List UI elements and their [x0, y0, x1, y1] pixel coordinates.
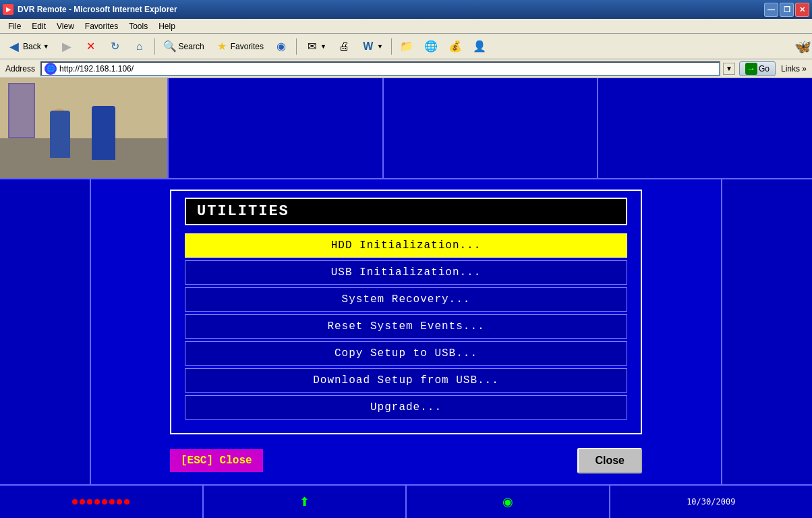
favorites-icon: ★ [215, 40, 229, 53]
mail-icon: ✉ [305, 40, 318, 53]
red-dot-indicators [72, 499, 129, 505]
status-date: 10/30/2009 [610, 486, 813, 518]
red-dot-4 [94, 499, 100, 505]
camera-feed-4 [598, 78, 812, 178]
extra-icon-1: 🌐 [424, 40, 438, 53]
camera-feed-1 [0, 78, 169, 178]
folder-button[interactable]: 📁 [395, 37, 418, 56]
home-icon: ⌂ [133, 40, 146, 53]
camera-feed-2 [169, 78, 384, 178]
msn-icon: 🦋 [796, 40, 809, 53]
search-icon: 🔍 [163, 40, 177, 53]
favorites-button[interactable]: ★ Favorites [210, 37, 268, 56]
cam-floor [0, 138, 167, 178]
extra-icon-3: 👤 [473, 40, 486, 53]
toolbar-separator-2 [296, 38, 297, 55]
extra-btn-2[interactable]: 💰 [444, 37, 467, 56]
utilities-menu-list: HDD Initialization... USB Initialization… [185, 233, 627, 420]
red-dot-7 [117, 499, 122, 505]
close-button[interactable]: ✕ [795, 3, 809, 17]
menu-usb-init[interactable]: USB Initialization... [185, 260, 627, 285]
red-dot-1 [72, 499, 78, 505]
red-dot-8 [124, 499, 129, 505]
address-dropdown[interactable]: ▼ [723, 63, 735, 75]
panel-buttons: [ESC] Close Close [170, 448, 642, 473]
go-arrow-icon: → [745, 63, 757, 75]
camera-row [0, 78, 812, 179]
menu-help[interactable]: Help [153, 20, 181, 32]
menu-favorites[interactable]: Favorites [80, 20, 123, 32]
toolbar: ◀ Back ▼ ▶ ✕ ↻ ⌂ 🔍 Search ★ Favorites ◉ … [0, 34, 812, 59]
refresh-icon: ↻ [109, 40, 122, 53]
media-icon: ◉ [274, 40, 288, 53]
dvr-center-main: UTILITIES HDD Initialization... USB Init… [91, 179, 721, 484]
red-dot-6 [109, 499, 115, 505]
browser-content: UTILITIES HDD Initialization... USB Init… [0, 78, 812, 518]
address-label: Address [3, 64, 38, 74]
utilities-panel: UTILITIES HDD Initialization... USB Init… [170, 190, 642, 434]
print-icon: 🖨 [337, 40, 351, 53]
window-title: DVR Remote - Microsoft Internet Explorer [18, 5, 764, 14]
forward-button[interactable]: ▶ [55, 37, 78, 56]
date-display: 10/30/2009 [687, 497, 735, 507]
cam-door [8, 83, 35, 138]
camera-scene [0, 78, 167, 178]
refresh-button[interactable]: ↻ [104, 37, 127, 56]
cam-person1-body [50, 111, 70, 158]
extra-btn-1[interactable]: 🌐 [419, 37, 442, 56]
title-bar: ▶ DVR Remote - Microsoft Internet Explor… [0, 0, 812, 19]
cam-person2-body [92, 106, 115, 160]
menu-tools[interactable]: Tools [123, 20, 153, 32]
dvr-status-row: ⬆ ◉ 10/30/2009 [0, 484, 812, 518]
links-button[interactable]: Links » [778, 64, 809, 74]
status-cell-2: ⬆ [204, 486, 407, 518]
search-label: Search [179, 42, 204, 51]
favorites-label: Favorites [231, 42, 264, 51]
menu-download-setup[interactable]: Download Setup from USB... [185, 368, 627, 393]
app-icon: ▶ [3, 4, 13, 15]
search-button[interactable]: 🔍 Search [158, 37, 209, 56]
dvr-center: UTILITIES HDD Initialization... USB Init… [0, 179, 812, 484]
status-cell-3: ◉ [407, 486, 610, 518]
word-button[interactable]: W ▼ [357, 37, 388, 56]
dvr-right-sidebar [721, 179, 812, 484]
status-icon-3: ◉ [502, 494, 513, 509]
utilities-title: UTILITIES [185, 198, 627, 225]
menu-hdd-init[interactable]: HDD Initialization... [185, 233, 627, 258]
menu-file[interactable]: File [3, 20, 26, 32]
back-icon: ◀ [7, 40, 21, 53]
red-dot-2 [80, 499, 85, 505]
extra-icon-2: 💰 [448, 40, 462, 53]
status-icon-2: ⬆ [299, 494, 310, 509]
window-controls: — ❐ ✕ [764, 3, 809, 17]
toolbar-separator-3 [391, 38, 392, 55]
red-dot-3 [87, 499, 92, 505]
menu-edit[interactable]: Edit [26, 20, 51, 32]
go-label: Go [759, 64, 770, 74]
dvr-left-sidebar [0, 179, 91, 484]
address-globe-icon: 🌐 [45, 63, 57, 75]
menu-view[interactable]: View [51, 20, 80, 32]
menu-upgrade[interactable]: Upgrade... [185, 395, 627, 420]
word-icon: W [361, 40, 375, 53]
print-button[interactable]: 🖨 [332, 37, 355, 56]
maximize-button[interactable]: ❐ [780, 3, 794, 17]
home-button[interactable]: ⌂ [128, 37, 151, 56]
mail-button[interactable]: ✉ ▼ [300, 37, 331, 56]
back-dropdown-icon: ▼ [43, 43, 49, 50]
address-input-wrap: 🌐 [40, 61, 720, 76]
minimize-button[interactable]: — [764, 3, 778, 17]
menu-copy-setup[interactable]: Copy Setup to USB... [185, 341, 627, 366]
media-button[interactable]: ◉ [270, 37, 293, 56]
close-button[interactable]: Close [577, 448, 642, 473]
extra-btn-3[interactable]: 👤 [468, 37, 491, 56]
dvr-wrapper: UTILITIES HDD Initialization... USB Init… [0, 78, 812, 518]
menu-reset-events[interactable]: Reset System Events... [185, 314, 627, 339]
esc-close-button[interactable]: [ESC] Close [170, 449, 263, 472]
go-button[interactable]: → Go [739, 61, 776, 76]
back-button[interactable]: ◀ Back ▼ [3, 37, 54, 56]
address-input[interactable] [59, 64, 716, 74]
menu-system-recovery[interactable]: System Recovery... [185, 287, 627, 312]
stop-button[interactable]: ✕ [80, 37, 103, 56]
back-label: Back [23, 42, 41, 51]
